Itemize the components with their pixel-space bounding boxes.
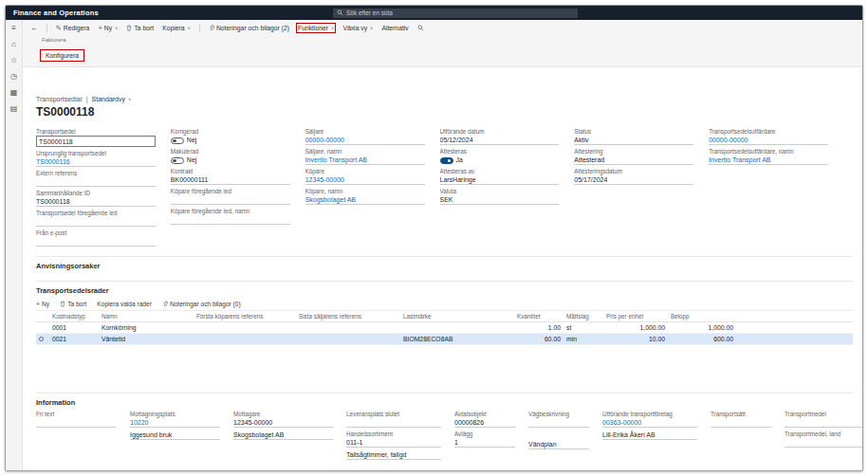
fran-epost-input[interactable] bbox=[36, 237, 156, 247]
modules-list-icon[interactable]: ▤ bbox=[10, 104, 18, 113]
kopare-foregaende-led-namn-input[interactable] bbox=[171, 215, 290, 225]
saljare-namn-link[interactable]: Invertio Transport AB bbox=[305, 156, 425, 165]
handelssortiment-input[interactable]: 011-1 bbox=[346, 438, 441, 448]
cell-belopp[interactable]: 600.00 bbox=[668, 334, 736, 345]
new-button[interactable]: + Ny ∨ bbox=[98, 25, 118, 32]
back-button[interactable]: ← bbox=[30, 25, 38, 32]
cell-kostnadstyp[interactable]: 0021 bbox=[49, 334, 99, 345]
favorites-star-icon[interactable]: ☆ bbox=[10, 56, 17, 64]
utforande-transportforetag-link[interactable]: 00363-00000 bbox=[602, 418, 697, 428]
global-search[interactable] bbox=[333, 9, 578, 18]
handelssortiment-namn-value[interactable]: Tallsågtimmer, fallgd bbox=[346, 450, 441, 460]
configure-button[interactable]: Konfigurera bbox=[42, 51, 83, 60]
row-select-cell[interactable] bbox=[36, 322, 49, 334]
cell-kvantitet[interactable]: 1.00 bbox=[514, 322, 563, 334]
sammanhallande-id-input[interactable]: TS0000118 bbox=[36, 197, 156, 207]
row-selected-radio-icon[interactable] bbox=[39, 337, 44, 341]
row-select-cell[interactable] bbox=[36, 334, 49, 345]
col-mattslag[interactable]: Måttslag bbox=[563, 311, 603, 322]
transportsedel-foregaende-led-input[interactable] bbox=[36, 217, 156, 227]
avlagg-input[interactable]: 1 bbox=[454, 438, 515, 448]
form-search-button[interactable] bbox=[417, 25, 424, 31]
transportmedel-land-input[interactable] bbox=[785, 438, 863, 448]
line-copy-button[interactable]: Kopiera valda rader bbox=[97, 301, 152, 307]
cell-mattslag[interactable]: st bbox=[563, 322, 603, 334]
valuta-input[interactable]: SEK bbox=[440, 195, 560, 205]
cell-mattslag[interactable]: min bbox=[563, 334, 603, 345]
cell-forsta-ref[interactable] bbox=[194, 322, 296, 334]
cell-sista-ref[interactable] bbox=[296, 334, 400, 345]
section-anvisningsorsaker[interactable]: Anvisningsorsaker bbox=[36, 256, 853, 274]
col-forsta-koparens-referens[interactable]: Första köparens referens bbox=[194, 311, 296, 322]
col-belopp[interactable]: Belopp bbox=[668, 311, 736, 322]
col-kostnadstyp[interactable]: Kostnadstyp bbox=[49, 311, 99, 322]
attesteras-av-input[interactable]: LarsHaringe bbox=[440, 175, 560, 185]
cell-belopp[interactable]: 1,000.00 bbox=[668, 322, 736, 334]
menu-icon[interactable]: ≡ bbox=[11, 24, 16, 32]
attachments-button[interactable]: Noteringar och bilagor (2) bbox=[209, 25, 289, 31]
fri-text-input[interactable] bbox=[36, 418, 117, 428]
cell-sista-ref[interactable] bbox=[296, 322, 400, 334]
field-label: Valuta bbox=[440, 188, 560, 195]
search-input[interactable] bbox=[346, 9, 574, 16]
korrigerad-toggle[interactable] bbox=[171, 137, 184, 144]
col-kvantitet[interactable]: Kvantitet bbox=[514, 311, 563, 322]
col-namn[interactable]: Namn bbox=[99, 311, 194, 322]
line-attachments-button[interactable]: Noteringar och bilagor (0) bbox=[162, 301, 241, 307]
edit-button[interactable]: ✎ Redigera bbox=[56, 25, 90, 32]
table-row-selected[interactable]: 0021 Väntetid BIOM28ECO8AB 60.00 min 10.… bbox=[36, 334, 853, 345]
recent-clock-icon[interactable]: ◷ bbox=[10, 72, 17, 81]
copy-button[interactable]: Kopiera ∨ bbox=[162, 25, 191, 31]
extern-referens-input[interactable] bbox=[36, 177, 156, 187]
col-pris-per-enhet[interactable]: Pris per enhet bbox=[603, 311, 668, 322]
mottagare-namn-value[interactable]: Skogsbolaget AB bbox=[233, 430, 333, 440]
vagbeskrivning-input[interactable] bbox=[528, 418, 589, 428]
view-selector[interactable]: Standardvy ∨ bbox=[92, 96, 132, 102]
cell-kvantitet[interactable]: 60.00 bbox=[514, 334, 563, 345]
field-fri-text: Fri text bbox=[36, 411, 117, 428]
saljare-link[interactable]: 00000-00000 bbox=[305, 136, 425, 145]
select-all-header[interactable] bbox=[36, 311, 49, 322]
mottagare-input[interactable]: 12345-00000 bbox=[233, 418, 333, 428]
col-lastmarke[interactable]: Lastmärke bbox=[400, 311, 514, 322]
leveransplats-slutet-input[interactable] bbox=[346, 418, 441, 428]
cell-pris[interactable]: 1,000.00 bbox=[603, 322, 668, 334]
col-sista-saljarens-referens[interactable]: Sista säljarens referens bbox=[296, 311, 400, 322]
kopare-link[interactable]: 12345-00000 bbox=[305, 175, 425, 185]
cell-lastmarke[interactable] bbox=[400, 322, 514, 334]
delete-button[interactable]: Ta bort bbox=[126, 25, 154, 31]
cell-forsta-ref[interactable] bbox=[194, 334, 296, 345]
utforande-datum-input[interactable]: 05/12/2024 bbox=[440, 136, 560, 145]
cell-pris[interactable]: 10.00 bbox=[603, 334, 668, 345]
kopare-foregaende-led-input[interactable] bbox=[171, 195, 290, 205]
cell-kostnadstyp[interactable]: 0001 bbox=[49, 322, 99, 334]
options-button[interactable]: Alternativ bbox=[381, 25, 408, 31]
kopare-namn-link[interactable]: Skogsbolaget AB bbox=[305, 195, 425, 205]
transportsatt-input[interactable] bbox=[711, 418, 771, 428]
avtalsobjekt-input[interactable]: 00000826 bbox=[454, 418, 515, 428]
transportsedelsutfardare-link[interactable]: 00000-00000 bbox=[709, 136, 828, 145]
vandplan-value[interactable]: Vändplan bbox=[528, 440, 589, 449]
transportmedel-input[interactable] bbox=[785, 418, 863, 428]
cell-lastmarke[interactable]: BIOM28ECO8AB bbox=[400, 334, 514, 345]
utforande-transportforetag-namn-value[interactable]: Lill-Erika Åkeri AB bbox=[602, 430, 697, 440]
cell-namn[interactable]: Kornkörning bbox=[99, 322, 194, 334]
home-icon[interactable]: ⌂ bbox=[11, 40, 16, 48]
transportsedelsutfardare-namn-link[interactable]: Invertio Transport AB bbox=[709, 156, 828, 165]
ursprunglig-transportsedel-link[interactable]: TS0000116 bbox=[36, 157, 156, 167]
section-transportsedelsrader[interactable]: Transportsedelsrader bbox=[36, 281, 853, 299]
workspaces-grid-icon[interactable]: ▦ bbox=[10, 88, 18, 97]
table-row[interactable]: 0001 Kornkörning 1.00 st 1,000.00 1,000.… bbox=[36, 322, 853, 334]
attesteras-toggle[interactable] bbox=[440, 157, 453, 164]
transportsedel-input[interactable]: TS0000118 bbox=[36, 136, 156, 147]
line-new-button[interactable]: + Ny bbox=[36, 301, 49, 307]
makulerad-toggle[interactable] bbox=[171, 157, 184, 164]
mottagningsplats-link[interactable]: 10220 bbox=[130, 418, 220, 428]
kontrakt-input[interactable]: BK00000111 bbox=[171, 175, 290, 185]
switch-view-button[interactable]: Växla vy ∨ bbox=[342, 25, 373, 31]
section-information[interactable]: Information bbox=[36, 393, 853, 411]
functions-button[interactable]: Funktioner ∨ bbox=[298, 25, 334, 31]
mottagningsplats-namn-value[interactable]: Iggesund bruk bbox=[130, 430, 220, 440]
cell-namn[interactable]: Väntetid bbox=[99, 334, 194, 345]
line-delete-button[interactable]: Ta bort bbox=[60, 301, 86, 307]
